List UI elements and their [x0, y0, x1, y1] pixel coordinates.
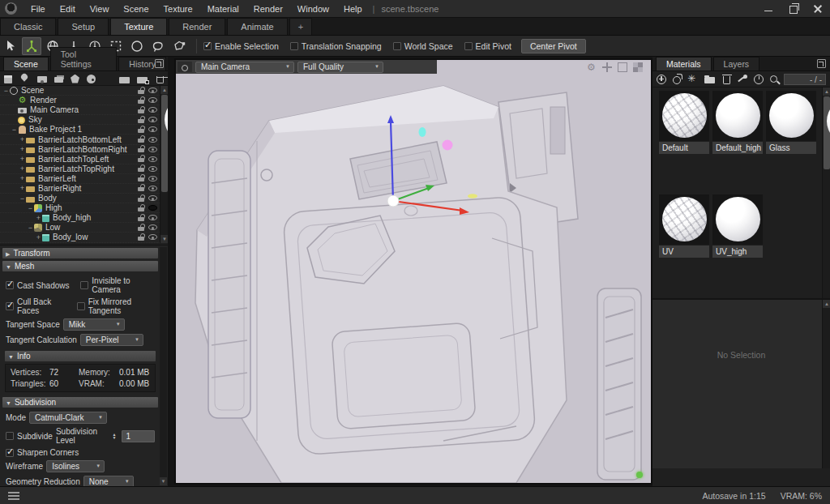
workspace-tab-classic[interactable]: Classic — [0, 18, 56, 35]
tree-row-barrierlatchtopright[interactable]: + BarrierLatchTopRight — [0, 164, 168, 174]
lasso-select-tool-icon[interactable] — [148, 37, 168, 55]
search-materials-icon[interactable] — [770, 75, 777, 83]
materials-scrollbar[interactable]: ▲ — [822, 88, 830, 298]
properties-scrollbar[interactable]: ▼ — [160, 247, 167, 485]
lock-icon[interactable] — [138, 87, 144, 95]
eye-icon[interactable] — [148, 137, 157, 143]
add-light-icon[interactable] — [19, 72, 28, 81]
new-material-icon[interactable] — [657, 75, 666, 84]
editor-scrollbar[interactable]: ▲ — [822, 300, 830, 468]
material-uv[interactable]: UV — [659, 194, 709, 295]
viewport-capture-icon[interactable] — [633, 62, 643, 72]
tree-row-barrierlatchbottomleft[interactable]: + BarrierLatchBottomLeft — [0, 135, 168, 144]
eye-icon[interactable] — [148, 176, 157, 182]
material-uv-high[interactable]: UV_high — [712, 194, 763, 295]
minimize-button[interactable] — [757, 0, 781, 18]
camera-selector-dropdown[interactable]: Main Camera — [195, 62, 294, 73]
add-sky-icon[interactable] — [54, 77, 63, 83]
tangent-space-dropdown[interactable]: Mikk — [63, 318, 125, 331]
tree-row-sky[interactable]: Sky — [0, 115, 168, 125]
transform-section-header[interactable]: ▶Transform — [2, 248, 158, 258]
workspace-tab-texture[interactable]: Texture — [110, 18, 167, 35]
scroll-up-icon[interactable]: ▲ — [823, 300, 830, 308]
eye-icon[interactable] — [148, 147, 157, 152]
status-menu-icon[interactable] — [8, 492, 19, 500]
undock-panel-icon[interactable] — [817, 59, 826, 68]
eye-icon[interactable] — [148, 224, 157, 230]
delete-material-icon[interactable] — [723, 76, 730, 84]
expander[interactable]: − — [2, 87, 10, 95]
lock-icon[interactable] — [138, 233, 144, 241]
add-camera-icon[interactable] — [37, 76, 47, 83]
tree-row-barrierlatchbottomright[interactable]: + BarrierLatchBottomRight — [0, 145, 168, 155]
lock-icon[interactable] — [138, 116, 144, 124]
tree-row-barrierleft[interactable]: + BarrierLeft — [0, 174, 168, 184]
add-mesh-icon[interactable] — [4, 75, 12, 83]
lock-icon[interactable] — [138, 224, 144, 232]
clear-unused-icon[interactable] — [687, 74, 698, 84]
tree-scrollbar[interactable]: ▲ ▼ — [160, 86, 168, 243]
tree-row-body[interactable]: − Body — [0, 194, 168, 203]
workspace-tab-render[interactable]: Render — [169, 18, 225, 35]
sharpen-corners-checkbox[interactable]: ✓ Sharpen Corners — [6, 448, 79, 457]
subdivision-mode-dropdown[interactable]: Catmull-Clark — [29, 412, 107, 424]
lock-icon[interactable] — [138, 194, 144, 203]
delete-icon[interactable] — [156, 76, 164, 83]
cull-back-faces-checkbox[interactable]: ✓ Cull Back Faces — [6, 297, 74, 315]
scroll-down-icon[interactable]: ▼ — [160, 235, 168, 243]
subdivide-checkbox[interactable]: Subdivide — [6, 432, 53, 441]
tree-row-low[interactable]: − Low — [0, 223, 168, 233]
refresh-thumbnails-icon[interactable] — [754, 75, 764, 84]
scroll-up-icon[interactable]: ▲ — [160, 86, 168, 94]
lock-icon[interactable] — [138, 155, 144, 163]
new-folder-icon[interactable] — [119, 77, 130, 83]
tree-row-barrierright[interactable]: + BarrierRight — [0, 184, 168, 194]
menu-texture[interactable]: Texture — [156, 0, 200, 18]
invisible-to-camera-checkbox[interactable]: Invisible to Camera — [80, 276, 155, 294]
menu-window[interactable]: Window — [290, 0, 336, 18]
enable-selection-checkbox[interactable]: ✓ Enable Selection — [203, 41, 279, 51]
subdivision-level-field[interactable]: 1 — [122, 430, 155, 442]
lock-icon[interactable] — [138, 164, 144, 173]
add-material-icon[interactable] — [87, 75, 96, 83]
info-section-header[interactable]: ▼Info — [5, 351, 156, 361]
mesh-section-header[interactable]: ▼Mesh — [2, 261, 158, 271]
lock-icon[interactable] — [138, 106, 144, 114]
viewport-settings-icon[interactable] — [587, 62, 597, 72]
material-default[interactable]: Default — [659, 91, 709, 191]
add-workspace-tab-button[interactable]: + — [289, 18, 312, 35]
eye-icon[interactable] — [148, 107, 157, 113]
scene-render[interactable] — [176, 60, 651, 483]
material-glass[interactable]: Glass — [766, 91, 816, 191]
scroll-up-icon[interactable]: ▲ — [823, 88, 830, 96]
menu-material[interactable]: Material — [200, 0, 246, 18]
circle-select-tool-icon[interactable] — [127, 37, 147, 55]
tree-row-barrierlatchtopleft[interactable]: + BarrierLatchTopLeft — [0, 155, 168, 164]
tree-row-body-high[interactable]: + Body_high — [0, 213, 168, 223]
eye-icon[interactable] — [148, 215, 157, 220]
lock-icon[interactable] — [138, 145, 144, 153]
viewport-maximize-icon[interactable] — [618, 62, 627, 72]
material-default-high[interactable]: Default_high — [712, 91, 763, 191]
duplicate-material-icon[interactable] — [673, 76, 681, 84]
tree-row-main-camera[interactable]: Main Camera — [0, 105, 168, 115]
lock-icon[interactable] — [138, 126, 144, 134]
menu-edit[interactable]: Edit — [53, 0, 83, 18]
scroll-down-icon[interactable]: ▼ — [160, 477, 167, 485]
menu-file[interactable]: File — [24, 0, 53, 18]
viewport-split-icon[interactable] — [602, 62, 612, 72]
lock-icon[interactable] — [138, 96, 144, 105]
lock-icon[interactable] — [138, 214, 144, 222]
eye-closed-icon[interactable] — [148, 205, 157, 211]
eye-icon[interactable] — [148, 126, 157, 132]
tangent-calculation-dropdown[interactable]: Per-Pixel — [80, 334, 143, 346]
select-tool-icon[interactable] — [1, 37, 20, 55]
eye-icon[interactable] — [148, 234, 157, 240]
tree-row-render[interactable]: Render — [0, 96, 168, 105]
subdivision-section-header[interactable]: ▼Subdivision — [2, 397, 158, 408]
eye-icon[interactable] — [148, 195, 157, 201]
pick-material-icon[interactable] — [737, 74, 747, 84]
undock-panel-icon[interactable] — [155, 59, 164, 68]
menu-help[interactable]: Help — [336, 0, 370, 18]
eye-icon[interactable] — [148, 117, 157, 122]
